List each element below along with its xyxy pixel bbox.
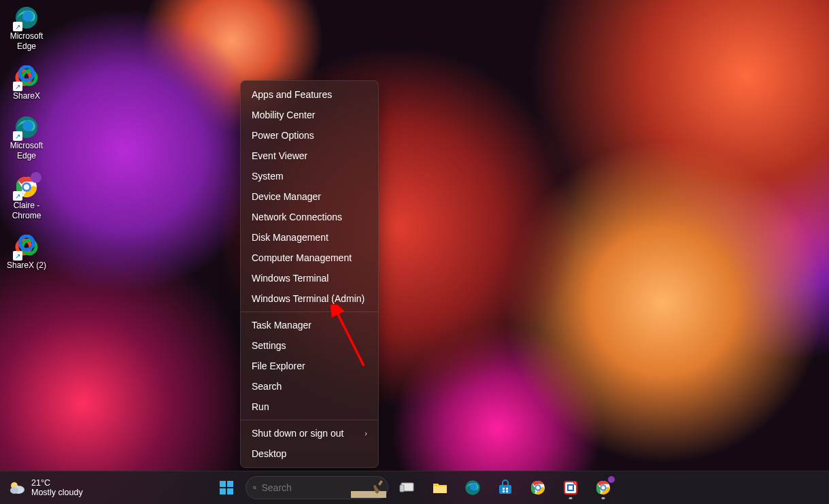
menu-item-label: Power Options xyxy=(252,130,314,141)
search-illustration-icon xyxy=(351,477,386,498)
svg-point-29 xyxy=(470,483,477,490)
desktop-icon-sharex[interactable]: ↗ ShareX xyxy=(3,64,50,103)
shortcut-arrow-icon: ↗ xyxy=(13,22,22,31)
desktop-wallpaper xyxy=(0,0,829,504)
menu-item-computer-management[interactable]: Computer Management xyxy=(241,248,378,268)
weather-desc: Mostly cloudy xyxy=(31,488,83,497)
menu-item-label: Task Manager xyxy=(252,320,311,331)
weather-icon xyxy=(8,479,26,497)
svg-rect-30 xyxy=(499,485,511,494)
svg-point-21 xyxy=(253,486,255,488)
svg-point-12 xyxy=(20,236,33,250)
taskbar-snipping-tool[interactable] xyxy=(557,474,584,501)
svg-rect-20 xyxy=(227,488,233,494)
shortcut-arrow-icon: ↗ xyxy=(13,131,22,141)
svg-rect-23 xyxy=(351,491,386,498)
svg-point-37 xyxy=(536,486,539,489)
search-icon xyxy=(253,482,256,493)
edge-icon xyxy=(464,480,481,496)
desktop-icon-label: ShareX (2) xyxy=(7,261,46,271)
menu-item-run[interactable]: Run xyxy=(241,397,378,417)
menu-item-label: Event Viewer xyxy=(252,150,307,161)
svg-rect-26 xyxy=(400,485,404,492)
taskbar-file-explorer[interactable] xyxy=(426,474,454,501)
svg-point-6 xyxy=(22,120,33,131)
desktop-icon-sharex-2[interactable]: ↗ ShareX (2) xyxy=(3,233,50,272)
menu-item-event-viewer[interactable]: Event Viewer xyxy=(241,146,378,166)
svg-point-1 xyxy=(22,11,33,22)
desktop-icon-chrome-profile[interactable]: ↗ Claire - Chrome xyxy=(3,173,50,222)
menu-item-system[interactable]: System xyxy=(241,166,378,186)
menu-item-apps-and-features[interactable]: Apps and Features xyxy=(241,84,378,105)
task-view-icon xyxy=(399,480,416,496)
menu-item-power-options[interactable]: Power Options xyxy=(241,125,378,146)
menu-item-file-explorer[interactable]: File Explorer xyxy=(241,356,378,376)
menu-item-label: Device Manager xyxy=(252,191,321,202)
taskbar-search[interactable] xyxy=(246,476,388,499)
chevron-right-icon: › xyxy=(365,429,367,437)
desktop-icon-label: Claire - Chrome xyxy=(4,201,49,221)
svg-point-9 xyxy=(24,184,29,190)
menu-item-disk-management[interactable]: Disk Management xyxy=(241,227,378,248)
menu-item-task-manager[interactable]: Task Manager xyxy=(241,315,378,335)
shortcut-arrow-icon: ↗ xyxy=(13,82,22,91)
sharex-icon: ↗ xyxy=(14,235,39,259)
taskbar-task-view[interactable] xyxy=(394,474,421,501)
svg-rect-31 xyxy=(503,488,505,490)
menu-item-label: Windows Terminal xyxy=(252,273,328,284)
menu-item-search[interactable]: Search xyxy=(241,376,378,397)
menu-item-windows-terminal-admin-[interactable]: Windows Terminal (Admin) xyxy=(241,288,378,309)
snipping-icon xyxy=(562,480,579,496)
menu-item-label: File Explorer xyxy=(252,360,305,371)
menu-separator xyxy=(241,312,378,312)
menu-item-label: System xyxy=(252,171,284,182)
desktop-icon-label: ShareX xyxy=(13,91,40,101)
file-explorer-icon xyxy=(432,480,448,496)
menu-item-windows-terminal[interactable]: Windows Terminal xyxy=(241,268,378,288)
shortcut-arrow-icon: ↗ xyxy=(13,191,22,201)
sharex-icon: ↗ xyxy=(14,65,39,90)
svg-rect-32 xyxy=(506,488,508,490)
svg-rect-19 xyxy=(220,488,226,494)
menu-item-device-manager[interactable]: Device Manager xyxy=(241,186,378,207)
svg-rect-17 xyxy=(220,481,226,487)
shortcut-arrow-icon: ↗ xyxy=(13,251,22,261)
svg-point-16 xyxy=(10,487,18,494)
svg-point-4 xyxy=(20,67,33,80)
chrome-icon xyxy=(530,480,546,496)
desktop-icon-edge-2[interactable]: ↗ Microsoft Edge xyxy=(3,114,50,163)
menu-item-label: Desktop xyxy=(252,448,286,459)
menu-item-label: Run xyxy=(252,401,269,412)
menu-item-settings[interactable]: Settings xyxy=(241,335,378,356)
windows-logo-icon xyxy=(218,480,235,496)
weather-widget[interactable]: 21°C Mostly cloudy xyxy=(8,478,83,498)
menu-item-label: Computer Management xyxy=(252,252,352,263)
taskbar-chrome[interactable] xyxy=(524,474,552,501)
menu-item-label: Mobility Center xyxy=(252,110,315,120)
svg-rect-34 xyxy=(506,490,508,492)
menu-item-label: Search xyxy=(252,381,282,392)
svg-rect-18 xyxy=(227,481,233,487)
svg-point-42 xyxy=(601,486,605,489)
menu-item-label: Settings xyxy=(252,340,286,351)
start-button[interactable] xyxy=(213,474,240,501)
menu-item-network-connections[interactable]: Network Connections xyxy=(241,207,378,227)
svg-rect-27 xyxy=(433,486,447,493)
taskbar-chrome-profile[interactable] xyxy=(590,474,617,501)
taskbar-store[interactable] xyxy=(492,474,519,501)
weather-temp: 21°C xyxy=(31,478,83,488)
menu-item-label: Network Connections xyxy=(252,212,342,222)
desktop-icon-label: Microsoft Edge xyxy=(4,31,49,52)
taskbar-center xyxy=(213,474,617,501)
menu-item-label: Shut down or sign out xyxy=(252,428,343,439)
menu-item-mobility-center[interactable]: Mobility Center xyxy=(241,105,378,125)
desktop-icon-edge[interactable]: ↗ Microsoft Edge xyxy=(3,4,50,53)
taskbar-edge[interactable] xyxy=(459,474,486,501)
menu-item-label: Apps and Features xyxy=(252,89,332,100)
store-icon xyxy=(497,480,513,496)
menu-item-shut-down-or-sign-out[interactable]: Shut down or sign out› xyxy=(241,423,378,443)
menu-item-label: Windows Terminal (Admin) xyxy=(252,293,365,304)
menu-item-desktop[interactable]: Desktop xyxy=(241,443,378,464)
svg-line-22 xyxy=(255,488,256,489)
desktop-icons: ↗ Microsoft Edge ↗ ShareX ↗ Microsoft Ed… xyxy=(3,4,50,272)
